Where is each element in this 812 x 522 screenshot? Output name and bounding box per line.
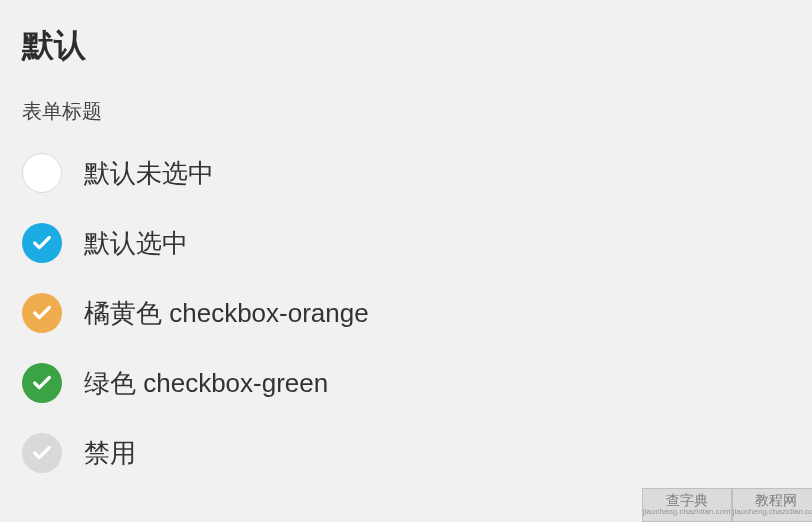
watermark: 查字典 jiaocheng.chazidian.com 教程网 jiaochen… (642, 488, 812, 522)
form-title: 表单标题 (22, 98, 790, 125)
checkbox-disabled (22, 433, 62, 473)
checkbox-green[interactable] (22, 363, 62, 403)
checkbox-row-green: 绿色 checkbox-green (22, 363, 790, 403)
checkbox-label: 默认选中 (84, 226, 188, 261)
checkbox-label: 绿色 checkbox-green (84, 366, 328, 401)
checkbox-label: 橘黄色 checkbox-orange (84, 296, 369, 331)
checkbox-unchecked[interactable] (22, 153, 62, 193)
check-svg (31, 372, 53, 394)
checkbox-row-disabled: 禁用 (22, 433, 790, 473)
checkbox-label: 禁用 (84, 436, 136, 471)
check-icon (31, 232, 53, 254)
watermark-right: 教程网 jiaocheng.chazidian.com (732, 488, 812, 522)
check-icon (31, 442, 53, 464)
checkbox-default[interactable] (22, 223, 62, 263)
check-icon (31, 302, 53, 324)
watermark-right-sub: jiaocheng.chazidian.com (733, 508, 812, 517)
checkbox-row-default: 默认选中 (22, 223, 790, 263)
section-heading: 默认 (22, 24, 790, 68)
watermark-left-sub: jiaocheng.chazidian.com (643, 508, 731, 517)
watermark-right-main: 教程网 (755, 493, 797, 508)
checkbox-orange[interactable] (22, 293, 62, 333)
checkbox-row-unchecked: 默认未选中 (22, 153, 790, 193)
watermark-left-main: 查字典 (666, 493, 708, 508)
checkbox-label: 默认未选中 (84, 156, 214, 191)
watermark-left: 查字典 jiaocheng.chazidian.com (642, 488, 732, 522)
checkbox-row-orange: 橘黄色 checkbox-orange (22, 293, 790, 333)
